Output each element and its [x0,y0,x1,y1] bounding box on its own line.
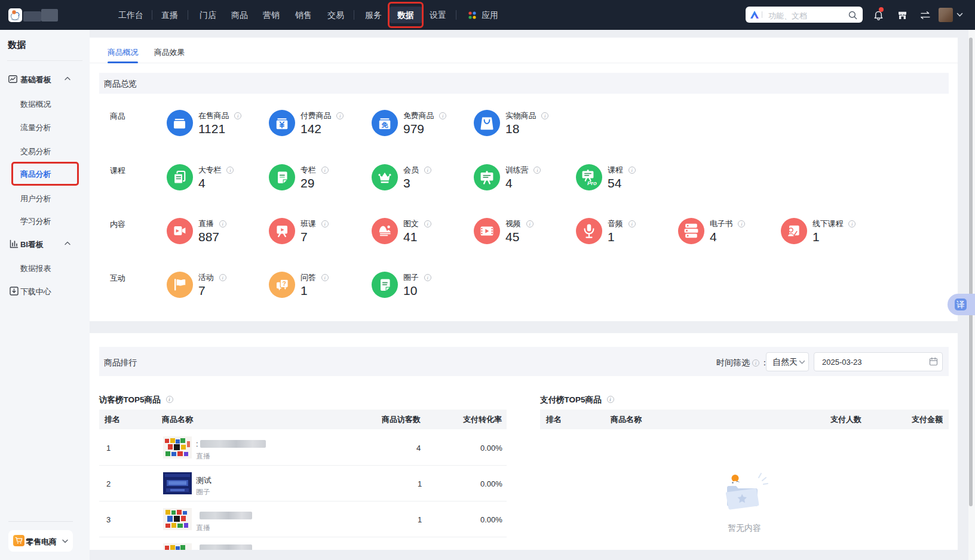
svg-text:?: ? [282,280,286,287]
svg-text:免: 免 [381,121,389,128]
svg-text:Pro: Pro [587,180,597,186]
